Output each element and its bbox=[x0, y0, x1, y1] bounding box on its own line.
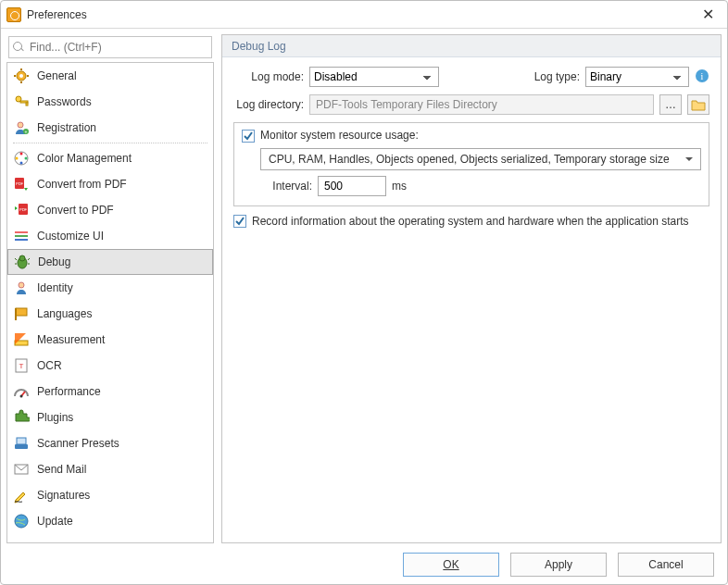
sidebar-item-plugins[interactable]: Plugins bbox=[7, 405, 213, 430]
sidebar-item-label: Languages bbox=[37, 307, 92, 320]
svg-text:PDF: PDF bbox=[19, 207, 28, 212]
app-icon bbox=[6, 7, 21, 22]
browse-button[interactable]: … bbox=[659, 94, 682, 115]
svg-point-37 bbox=[20, 394, 23, 397]
scanner-icon bbox=[13, 435, 30, 452]
globe-icon bbox=[13, 513, 30, 529]
sidebar-item-label: Plugins bbox=[37, 411, 73, 424]
svg-rect-22 bbox=[15, 235, 28, 237]
sidebar-item-label: Registration bbox=[37, 121, 96, 134]
svg-text:i: i bbox=[701, 71, 704, 81]
log-mode-select[interactable]: Disabled bbox=[309, 67, 439, 87]
interval-label: Interval: bbox=[268, 180, 312, 193]
search-icon bbox=[13, 42, 24, 53]
sidebar-item-label: Passwords bbox=[37, 95, 92, 108]
svg-rect-38 bbox=[15, 444, 28, 449]
sidebar-item-label: Measurement bbox=[37, 333, 105, 346]
pen-icon bbox=[13, 487, 30, 504]
svg-rect-39 bbox=[17, 438, 26, 444]
sidebar-item-label: Color Management bbox=[37, 152, 132, 165]
sidebar-item-signatures[interactable]: Signatures bbox=[7, 482, 213, 508]
person-add-icon: + bbox=[13, 119, 30, 136]
svg-text:+: + bbox=[25, 129, 28, 134]
sidebar-item-measurement[interactable]: Measurement bbox=[7, 327, 213, 353]
svg-point-13 bbox=[20, 152, 23, 155]
sidebar-item-customize-ui[interactable]: Customize UI bbox=[7, 223, 213, 249]
sidebar-nav: General Passwords + Registration Colo bbox=[6, 62, 214, 543]
sidebar-item-update[interactable]: Update bbox=[7, 508, 213, 534]
svg-point-14 bbox=[25, 156, 28, 159]
mail-icon bbox=[13, 461, 30, 478]
sidebar-item-label: Customize UI bbox=[37, 230, 104, 243]
interval-unit: ms bbox=[392, 180, 407, 193]
search-input[interactable] bbox=[28, 40, 207, 55]
sidebar-separator bbox=[13, 143, 207, 143]
sidebar-item-label: Convert to PDF bbox=[37, 204, 114, 217]
pdf-from-icon: PDF bbox=[13, 176, 30, 193]
svg-text:T: T bbox=[19, 362, 24, 370]
svg-point-30 bbox=[19, 282, 24, 288]
monitor-options-select[interactable]: CPU, RAM, Handles, Objects opened, Objec… bbox=[260, 148, 701, 170]
svg-rect-8 bbox=[26, 103, 28, 106]
sidebar-item-label: Update bbox=[37, 515, 73, 528]
sidebar-item-debug[interactable]: Debug bbox=[7, 249, 213, 275]
svg-line-27 bbox=[28, 258, 30, 260]
open-folder-button[interactable] bbox=[687, 94, 709, 115]
svg-point-25 bbox=[19, 255, 25, 261]
sidebar-item-identity[interactable]: Identity bbox=[7, 275, 213, 301]
gear-icon bbox=[13, 68, 30, 84]
cancel-button[interactable]: Cancel bbox=[618, 553, 714, 577]
info-icon[interactable]: i bbox=[695, 68, 709, 86]
svg-point-16 bbox=[16, 156, 19, 159]
sidebar-item-label: Debug bbox=[38, 255, 70, 268]
sidebar-item-send-mail[interactable]: Send Mail bbox=[7, 456, 213, 482]
svg-point-1 bbox=[19, 74, 23, 78]
puzzle-icon bbox=[13, 409, 30, 426]
sidebar-item-ocr[interactable]: T OCR bbox=[7, 353, 213, 379]
sidebar-item-label: Scanner Presets bbox=[37, 437, 119, 450]
svg-text:PDF: PDF bbox=[16, 181, 24, 186]
text-icon: T bbox=[13, 357, 30, 374]
slider-icon bbox=[13, 228, 30, 244]
ruler-icon bbox=[13, 331, 30, 348]
flag-icon bbox=[13, 305, 30, 322]
monitor-group: Monitor system resource usage: CPU, RAM,… bbox=[233, 122, 709, 206]
monitor-label: Monitor system resource usage: bbox=[260, 129, 419, 142]
key-icon bbox=[13, 93, 30, 110]
monitor-checkbox[interactable] bbox=[242, 130, 255, 143]
pdf-to-icon: PDF bbox=[13, 202, 30, 218]
log-type-select[interactable]: Binary bbox=[585, 67, 689, 87]
ok-button[interactable]: OK bbox=[403, 553, 499, 577]
interval-input[interactable] bbox=[318, 176, 386, 196]
bug-icon bbox=[14, 254, 31, 270]
svg-line-26 bbox=[15, 258, 17, 260]
sidebar-item-label: Identity bbox=[37, 281, 73, 294]
svg-rect-23 bbox=[15, 239, 28, 241]
window-title: Preferences bbox=[27, 8, 697, 21]
sidebar-item-label: Signatures bbox=[37, 489, 90, 502]
log-type-label: Log type: bbox=[534, 70, 580, 83]
sidebar-item-general[interactable]: General bbox=[7, 63, 213, 89]
sidebar-item-label: General bbox=[37, 69, 77, 82]
sidebar-item-performance[interactable]: Performance bbox=[7, 379, 213, 405]
log-mode-label: Log mode: bbox=[233, 70, 304, 83]
sidebar-item-scanner-presets[interactable]: Scanner Presets bbox=[7, 430, 213, 456]
apply-button[interactable]: Apply bbox=[510, 553, 607, 577]
settings-panel: Debug Log Log mode: Disabled Log type: B… bbox=[221, 34, 722, 543]
sidebar-item-registration[interactable]: + Registration bbox=[7, 115, 213, 141]
sidebar-item-convert-from-pdf[interactable]: PDF Convert from PDF bbox=[7, 171, 213, 197]
record-info-label: Record information about the operating s… bbox=[252, 214, 689, 229]
record-info-checkbox[interactable] bbox=[233, 215, 246, 228]
log-directory-label: Log directory: bbox=[233, 98, 304, 111]
sidebar-item-convert-to-pdf[interactable]: PDF Convert to PDF bbox=[7, 197, 213, 223]
panel-title: Debug Log bbox=[222, 35, 721, 57]
sidebar-item-color-management[interactable]: Color Management bbox=[7, 145, 213, 171]
sidebar-item-label: Send Mail bbox=[37, 463, 86, 476]
svg-point-15 bbox=[20, 161, 23, 164]
search-box[interactable] bbox=[8, 36, 212, 58]
sidebar-item-passwords[interactable]: Passwords bbox=[7, 89, 213, 115]
svg-point-41 bbox=[15, 515, 28, 528]
close-button[interactable]: ✕ bbox=[697, 4, 720, 25]
sidebar-item-languages[interactable]: Languages bbox=[7, 301, 213, 327]
sidebar-item-label: OCR bbox=[37, 359, 62, 372]
